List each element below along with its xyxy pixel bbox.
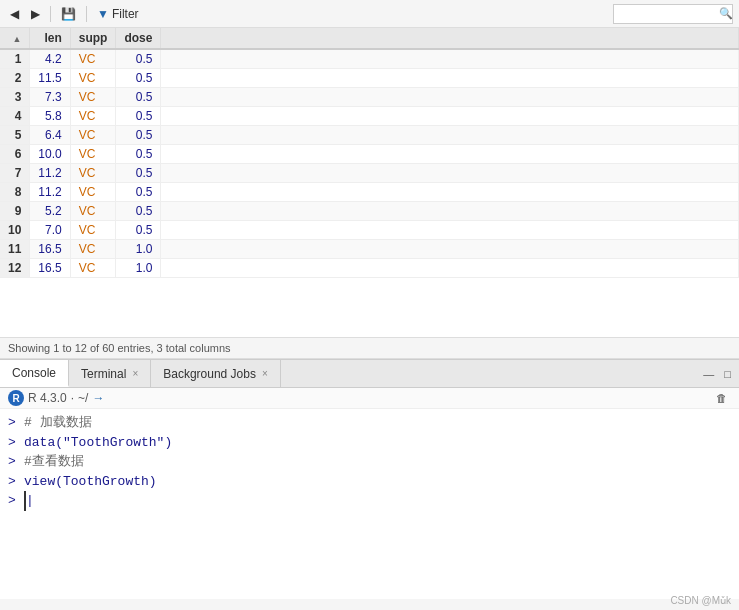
- search-input[interactable]: [613, 4, 733, 24]
- cell-len: 6.4: [30, 126, 70, 145]
- cell-dose: 1.0: [116, 240, 161, 259]
- console-text: data("ToothGrowth"): [24, 433, 172, 453]
- r-path-arrow: →: [92, 391, 104, 405]
- cell-id: 9: [0, 202, 30, 221]
- cell-supp: VC: [70, 259, 116, 278]
- search-icon: 🔍: [719, 7, 733, 20]
- table-row[interactable]: 1 4.2 VC 0.5: [0, 49, 739, 69]
- save-icon: 💾: [61, 7, 76, 21]
- col-header-dose[interactable]: dose: [116, 28, 161, 49]
- tab-terminal-label: Terminal: [81, 367, 126, 381]
- cell-dose: 0.5: [116, 164, 161, 183]
- console-text: #查看数据: [24, 452, 84, 472]
- cell-id: 1: [0, 49, 30, 69]
- cell-id: 7: [0, 164, 30, 183]
- console-clear-button[interactable]: 🗑: [712, 390, 731, 406]
- cell-id: 6: [0, 145, 30, 164]
- watermark: CSDN @Mǔk: [670, 595, 731, 606]
- filter-label: Filter: [112, 7, 139, 21]
- save-button[interactable]: 💾: [57, 5, 80, 23]
- data-table-container: len supp dose 1 4.2 VC 0.5 2 11.5 VC 0.5…: [0, 28, 739, 338]
- table-row[interactable]: 5 6.4 VC 0.5: [0, 126, 739, 145]
- cell-extra: [161, 145, 739, 164]
- cell-supp: VC: [70, 88, 116, 107]
- console-prompt: >: [8, 472, 20, 492]
- console-prompt: >: [8, 413, 20, 433]
- cell-dose: 1.0: [116, 259, 161, 278]
- cell-dose: 0.5: [116, 202, 161, 221]
- table-body: 1 4.2 VC 0.5 2 11.5 VC 0.5 3 7.3 VC 0.5 …: [0, 49, 739, 278]
- table-status-text: Showing 1 to 12 of 60 entries, 3 total c…: [8, 342, 231, 354]
- forward-button[interactable]: ▶: [27, 5, 44, 23]
- cell-supp: VC: [70, 107, 116, 126]
- console-prompt: >: [8, 433, 20, 453]
- table-row[interactable]: 3 7.3 VC 0.5: [0, 88, 739, 107]
- cell-dose: 0.5: [116, 221, 161, 240]
- cell-id: 3: [0, 88, 30, 107]
- table-status: Showing 1 to 12 of 60 entries, 3 total c…: [0, 338, 739, 359]
- separator-1: [50, 6, 51, 22]
- tab-terminal-close[interactable]: ×: [132, 368, 138, 379]
- console-line: >data("ToothGrowth"): [0, 433, 739, 453]
- cell-supp: VC: [70, 202, 116, 221]
- tab-background-jobs[interactable]: Background Jobs ×: [151, 360, 281, 387]
- cell-extra: [161, 69, 739, 88]
- col-header-supp[interactable]: supp: [70, 28, 116, 49]
- r-path: ·: [71, 391, 74, 405]
- console-line: >#查看数据: [0, 452, 739, 472]
- table-row[interactable]: 6 10.0 VC 0.5: [0, 145, 739, 164]
- filter-button[interactable]: ▼ Filter: [93, 5, 143, 23]
- console-prompt: >: [8, 452, 20, 472]
- r-version-bar: R R 4.3.0 · ~/ → 🗑: [0, 388, 739, 409]
- table-row[interactable]: 2 11.5 VC 0.5: [0, 69, 739, 88]
- cell-id: 4: [0, 107, 30, 126]
- cell-dose: 0.5: [116, 107, 161, 126]
- cell-supp: VC: [70, 126, 116, 145]
- tab-terminal[interactable]: Terminal ×: [69, 360, 151, 387]
- cell-extra: [161, 164, 739, 183]
- cell-len: 5.2: [30, 202, 70, 221]
- cell-dose: 0.5: [116, 145, 161, 164]
- cell-supp: VC: [70, 145, 116, 164]
- tab-background-jobs-close[interactable]: ×: [262, 368, 268, 379]
- cell-len: 4.2: [30, 49, 70, 69]
- console-line: >view(ToothGrowth): [0, 472, 739, 492]
- back-button[interactable]: ◀: [6, 5, 23, 23]
- cell-extra: [161, 126, 739, 145]
- bottom-panel: Console Terminal × Background Jobs × — □…: [0, 359, 739, 599]
- cell-extra: [161, 107, 739, 126]
- console-prompt: >: [8, 491, 20, 511]
- cell-id: 8: [0, 183, 30, 202]
- cell-id: 12: [0, 259, 30, 278]
- console-line: ># 加载数据: [0, 413, 739, 433]
- back-icon: ◀: [10, 7, 19, 21]
- r-version-text: R 4.3.0: [28, 391, 67, 405]
- table-row[interactable]: 12 16.5 VC 1.0: [0, 259, 739, 278]
- table-row[interactable]: 10 7.0 VC 0.5: [0, 221, 739, 240]
- table-row[interactable]: 8 11.2 VC 0.5: [0, 183, 739, 202]
- cell-extra: [161, 259, 739, 278]
- tab-console[interactable]: Console: [0, 360, 69, 387]
- table-row[interactable]: 4 5.8 VC 0.5: [0, 107, 739, 126]
- table-row[interactable]: 11 16.5 VC 1.0: [0, 240, 739, 259]
- maximize-button[interactable]: □: [720, 366, 735, 382]
- cell-len: 16.5: [30, 259, 70, 278]
- col-header-index[interactable]: [0, 28, 30, 49]
- cell-dose: 0.5: [116, 69, 161, 88]
- table-row[interactable]: 7 11.2 VC 0.5: [0, 164, 739, 183]
- cell-extra: [161, 49, 739, 69]
- table-row[interactable]: 9 5.2 VC 0.5: [0, 202, 739, 221]
- filter-icon: ▼: [97, 7, 109, 21]
- col-header-len[interactable]: len: [30, 28, 70, 49]
- r-working-dir: ~/: [78, 391, 88, 405]
- cell-extra: [161, 221, 739, 240]
- toolbar: ◀ ▶ 💾 ▼ Filter 🔍: [0, 0, 739, 28]
- cell-len: 5.8: [30, 107, 70, 126]
- cell-extra: [161, 183, 739, 202]
- cell-id: 11: [0, 240, 30, 259]
- console-text[interactable]: |: [24, 491, 34, 511]
- minimize-button[interactable]: —: [699, 366, 718, 382]
- cell-len: 7.0: [30, 221, 70, 240]
- cell-len: 11.2: [30, 183, 70, 202]
- cell-id: 10: [0, 221, 30, 240]
